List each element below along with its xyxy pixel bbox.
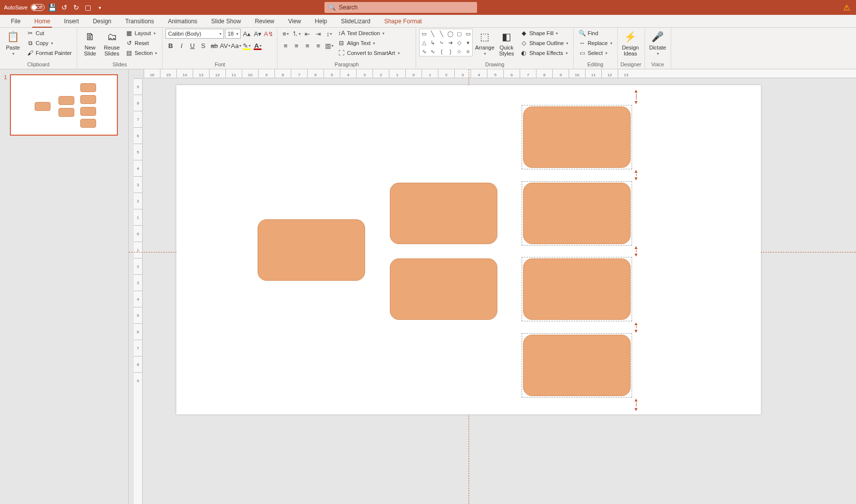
quick-styles-button[interactable]: ◧Quick Styles (496, 29, 516, 57)
select-button[interactable]: ▭Select▾ (577, 49, 614, 57)
tab-view[interactable]: View (281, 15, 308, 27)
shape-triangle-icon[interactable]: △ (420, 38, 428, 47)
format-painter-button[interactable]: 🖌Format Painter (25, 49, 74, 57)
toggle-switch[interactable]: Off (31, 4, 45, 11)
replace-button[interactable]: ↔Replace▾ (577, 39, 614, 48)
shape-rect2-icon[interactable]: ▭ (464, 29, 473, 38)
shape-arrow-icon[interactable]: ➔ (446, 38, 455, 47)
shape-curve2-icon[interactable]: ∿ (428, 47, 437, 56)
find-button[interactable]: 🔍Find (577, 29, 614, 38)
align-right-icon[interactable]: ≡ (302, 41, 312, 50)
shape-diamond-icon[interactable]: ◇ (455, 38, 464, 47)
shape-rect-icon[interactable]: ▭ (420, 29, 428, 38)
design-ideas-button[interactable]: ⚡Design Ideas (621, 29, 641, 57)
tab-slidelizard[interactable]: SlideLizard (334, 15, 377, 27)
font-size-combo[interactable]: 18▾ (225, 29, 241, 39)
shape-star-icon[interactable]: ☆ (455, 47, 464, 56)
arrange-button[interactable]: ⬚Arrange▾ (475, 29, 494, 57)
strikethrough-icon[interactable]: ab (209, 41, 219, 50)
undo-icon[interactable]: ↺ (60, 3, 68, 11)
shadow-icon[interactable]: S (198, 41, 208, 50)
tab-transitions[interactable]: Transitions (118, 15, 161, 27)
increase-font-icon[interactable]: A▴ (242, 29, 252, 39)
shape-effects-button[interactable]: ◐Shape Effects▾ (518, 49, 570, 57)
shape-roundrect-3[interactable] (390, 258, 497, 320)
decrease-font-icon[interactable]: A▾ (253, 29, 263, 39)
align-left-icon[interactable]: ≡ (280, 41, 290, 50)
decrease-indent-icon[interactable]: ⇤ (302, 29, 312, 39)
tab-design[interactable]: Design (86, 15, 118, 27)
search-box[interactable]: 🔍 Search (324, 2, 477, 13)
shape-roundrect-icon[interactable]: ▢ (455, 29, 464, 38)
tab-slideshow[interactable]: Slide Show (204, 15, 248, 27)
shape-line2-icon[interactable]: ╲ (437, 29, 446, 38)
tab-review[interactable]: Review (248, 15, 281, 27)
slide-thumbnail-panel[interactable]: 1 (0, 69, 129, 504)
ribbon-tabs: File Home Insert Design Transitions Anim… (0, 15, 856, 28)
font-name-combo[interactable]: Calibri (Body)▾ (165, 29, 224, 39)
shape-connector-icon[interactable]: ↳ (428, 38, 437, 47)
align-text-button[interactable]: ⊟Align Text▾ (336, 39, 401, 48)
reset-button[interactable]: ↺Reset (124, 39, 160, 48)
present-from-start-icon[interactable]: ▢ (84, 3, 92, 11)
shape-roundrect-1[interactable] (258, 219, 365, 281)
highlight-icon[interactable]: ✎▾ (242, 41, 252, 50)
align-center-icon[interactable]: ≡ (291, 41, 301, 50)
shape-oval-icon[interactable]: ◯ (446, 29, 455, 38)
shape-elbow-icon[interactable]: ⤷ (437, 38, 446, 47)
new-slide-button[interactable]: 🗎New Slide (80, 29, 100, 57)
text-direction-button[interactable]: ↕AText Direction▾ (336, 29, 401, 38)
slide-thumbnail-item[interactable]: 1 (4, 74, 124, 136)
customize-qat-icon[interactable]: ▾ (96, 3, 104, 11)
redo-icon[interactable]: ↻ (72, 3, 80, 11)
vertical-ruler: 9876543210123456789 (134, 78, 143, 504)
change-case-icon[interactable]: Aa▾ (231, 41, 241, 50)
font-color-icon[interactable]: A▾ (253, 41, 263, 50)
shape-line-icon[interactable]: ╲ (428, 29, 437, 38)
slide-edit-area[interactable]: 1615141312111098765432101234567891011121… (129, 69, 856, 504)
shape-roundrect-2[interactable] (390, 183, 497, 244)
reuse-slides-button[interactable]: 🗂Reuse Slides (102, 29, 122, 57)
shape-brace-r-icon[interactable]: } (446, 47, 455, 56)
increase-indent-icon[interactable]: ⇥ (313, 29, 323, 39)
shape-outline-button[interactable]: ◇Shape Outline▾ (518, 39, 570, 48)
gallery-more-icon[interactable]: ▾ (464, 38, 473, 47)
shape-brace-l-icon[interactable]: { (437, 47, 446, 56)
convert-smartart-button[interactable]: ⛶Convert to SmartArt▾ (336, 49, 401, 57)
shape-fill-button[interactable]: ◆Shape Fill▾ (518, 29, 570, 38)
line-spacing-icon[interactable]: ↕▾ (324, 29, 334, 39)
layout-icon: ▦ (126, 30, 133, 37)
tab-home[interactable]: Home (27, 15, 57, 27)
group-label-voice: Voice (648, 60, 668, 69)
group-label-paragraph: Paragraph (280, 60, 413, 69)
tab-file[interactable]: File (4, 15, 27, 27)
save-icon[interactable]: 💾 (49, 3, 56, 11)
char-spacing-icon[interactable]: AV▾ (220, 41, 230, 50)
tab-shape-format[interactable]: Shape Format (377, 15, 429, 27)
tab-insert[interactable]: Insert (57, 15, 86, 27)
italic-icon[interactable]: I (176, 41, 186, 50)
layout-button[interactable]: ▦Layout▾ (124, 29, 160, 38)
paste-button[interactable]: 📋 Paste ▾ (3, 29, 23, 57)
tab-animations[interactable]: Animations (161, 15, 204, 27)
slide-thumbnail[interactable] (10, 74, 118, 136)
slide-canvas[interactable]: ▲▼ ▲▼ ▲▼ ▲▼ ▲▼ (176, 85, 761, 414)
shape-curve-icon[interactable]: ∿ (420, 47, 428, 56)
shapes-gallery[interactable]: ▭╲╲◯▢▭ △↳⤷➔◇▾ ∿∿{}☆≡ (419, 29, 473, 56)
dictate-button[interactable]: 🎤Dictate▾ (648, 29, 668, 57)
numbering-icon[interactable]: ⒈▾ (291, 29, 301, 39)
tab-help[interactable]: Help (308, 15, 334, 27)
bullets-icon[interactable]: ≡▾ (280, 29, 290, 39)
underline-icon[interactable]: U (187, 41, 197, 50)
autosave-toggle[interactable]: AutoSave Off (4, 4, 45, 11)
bold-icon[interactable]: B (165, 41, 175, 50)
gallery-expand-icon[interactable]: ≡ (464, 47, 473, 56)
copy-button[interactable]: ⧉Copy▾ (25, 39, 74, 48)
cut-button[interactable]: ✂Cut (25, 29, 74, 38)
section-button[interactable]: ▤Section▾ (124, 49, 160, 57)
shape-outline-icon: ◇ (520, 40, 527, 47)
columns-icon[interactable]: ▥▾ (324, 41, 334, 50)
justify-icon[interactable]: ≡ (313, 41, 323, 50)
clear-formatting-icon[interactable]: A↯ (264, 29, 273, 39)
warning-icon[interactable]: ⚠ (843, 3, 850, 12)
